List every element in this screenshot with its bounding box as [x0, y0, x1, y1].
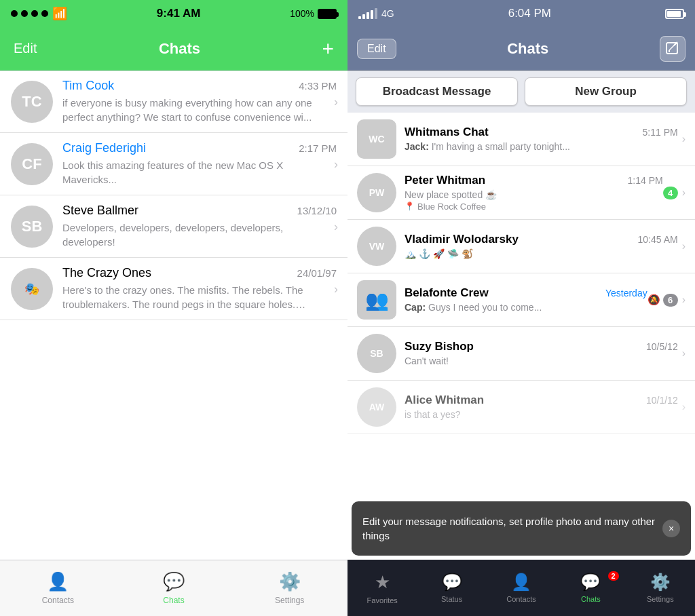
chat-name: Tim Cook	[62, 79, 114, 93]
right-status-bar: 4G 6:04 PM	[348, 0, 695, 27]
list-item[interactable]: VW Vladimir Wolodarsky 10:45 AM 🏔️ ⚓ 🚀 🛸…	[348, 220, 695, 273]
mute-badge-row: 🔕 6	[647, 294, 678, 307]
left-chat-list: TC Tim Cook 4:33 PM if everyone is busy …	[0, 71, 348, 560]
right-nav-bar: Edit Chats	[348, 27, 695, 71]
tab-contacts[interactable]: 👤 Contacts	[0, 571, 116, 605]
close-icon: ×	[669, 523, 674, 534]
tab-status[interactable]: 💬 Status	[417, 573, 486, 603]
chat-content: Suzy Bishop 10/5/12 Can't wait!	[405, 340, 678, 368]
chat-preview: if everyone is busy making everything ho…	[62, 96, 337, 124]
chat-preview: Can't wait!	[405, 355, 678, 368]
list-item[interactable]: PW Peter Whitman 1:14 PM New place spott…	[348, 166, 695, 220]
broadcast-message-button[interactable]: Broadcast Message	[356, 77, 518, 106]
wifi-icon: 📶	[52, 6, 67, 21]
action-buttons: Broadcast Message New Group	[348, 71, 695, 113]
avatar: VW	[357, 227, 396, 266]
tooltip-close-button[interactable]: ×	[662, 520, 680, 537]
contacts-icon: 👤	[47, 571, 69, 592]
settings-icon: ⚙️	[279, 571, 301, 592]
avatar: TC	[11, 81, 53, 123]
chat-preview: is that a yes?	[405, 408, 678, 421]
chevron-right-icon: ›	[682, 401, 685, 413]
group-icon: 👥	[365, 289, 389, 311]
chat-time: 10/5/12	[646, 341, 678, 352]
chevron-right-icon: ›	[682, 240, 685, 252]
chevron-right-icon: ›	[334, 282, 338, 296]
list-item[interactable]: 👥 Belafonte Crew Yesterday Cap: Guys I n…	[348, 273, 695, 327]
chat-content: Whitmans Chat 5:11 PM Jack: I'm having a…	[405, 126, 678, 153]
chat-preview: Cap: Guys I need you to come...	[405, 301, 647, 314]
tab-favorites[interactable]: ★ Favorites	[348, 572, 417, 604]
right-tab-bar: ★ Favorites 💬 Status 👤 Contacts 💬 Chats …	[348, 560, 695, 616]
chat-name: Steve Ballmer	[62, 204, 138, 218]
chat-name: Alice Whitman	[405, 393, 484, 407]
new-group-button[interactable]: New Group	[525, 77, 687, 106]
unread-badge: 4	[663, 187, 678, 199]
chat-name: Peter Whitman	[405, 174, 485, 187]
chat-name: Craig Federighi	[62, 141, 146, 155]
tab-chats[interactable]: 💬 Chats	[116, 571, 232, 605]
right-battery-icon	[665, 9, 684, 19]
signal-bars	[358, 8, 377, 19]
tab-chats-label: Chats	[581, 595, 601, 603]
right-chat-list: WC Whitmans Chat 5:11 PM Jack: I'm havin…	[348, 113, 695, 560]
settings-icon: ⚙️	[650, 573, 671, 592]
chevron-right-icon: ›	[682, 294, 685, 306]
battery-icon	[318, 9, 337, 19]
tab-chats[interactable]: 💬 Chats 2	[556, 573, 625, 603]
list-item[interactable]: SB Suzy Bishop 10/5/12 Can't wait! ›	[348, 327, 695, 381]
chat-time: 10/1/12	[646, 395, 678, 406]
location-text: Blue Rock Coffee	[417, 201, 486, 212]
chat-time: 2:17 PM	[299, 142, 337, 154]
network-type: 4G	[381, 8, 394, 19]
tab-settings[interactable]: ⚙️ Settings	[626, 573, 695, 603]
tab-contacts[interactable]: 👤 Contacts	[487, 573, 556, 603]
chat-preview: Here's to the crazy ones. The misfits. T…	[62, 283, 337, 311]
chat-name: Whitmans Chat	[405, 126, 489, 139]
contacts-icon: 👤	[511, 573, 531, 592]
right-edit-button[interactable]: Edit	[357, 39, 396, 59]
list-item[interactable]: AW Alice Whitman 10/1/12 is that a yes? …	[348, 381, 695, 434]
left-time: 9:41 AM	[157, 7, 201, 20]
avatar: PW	[357, 173, 396, 212]
chevron-right-icon: ›	[334, 219, 338, 233]
unread-badge: 6	[663, 294, 678, 307]
chat-content: Belafonte Crew Yesterday Cap: Guys I nee…	[405, 286, 647, 314]
tab-favorites-label: Favorites	[367, 596, 398, 604]
status-icon: 💬	[442, 573, 462, 592]
chat-time: 24/01/97	[297, 267, 337, 279]
avatar: 👥	[357, 280, 396, 320]
list-item[interactable]: SB Steve Ballmer 13/12/10 Developers, de…	[0, 195, 348, 258]
left-add-button[interactable]: +	[322, 39, 334, 59]
chat-time: 10:45 AM	[638, 234, 678, 245]
list-item[interactable]: CF Craig Federighi 2:17 PM Look this ama…	[0, 133, 348, 195]
list-item[interactable]: 🎭 The Crazy Ones 24/01/97 Here's to the …	[0, 258, 348, 320]
left-nav-bar: Edit Chats +	[0, 27, 348, 71]
chevron-right-icon: ›	[334, 157, 338, 171]
chat-time: Yesterday	[605, 288, 647, 299]
left-edit-button[interactable]: Edit	[14, 41, 37, 56]
avatar: SB	[11, 206, 53, 248]
tab-settings-label: Settings	[275, 596, 304, 605]
chat-time: 4:33 PM	[299, 80, 337, 92]
chevron-right-icon: ›	[334, 94, 338, 109]
avatar: CF	[11, 143, 53, 185]
left-tab-bar: 👤 Contacts 💬 Chats ⚙️ Settings	[0, 560, 348, 616]
compose-icon	[665, 41, 680, 56]
list-item[interactable]: TC Tim Cook 4:33 PM if everyone is busy …	[0, 71, 348, 133]
left-phone: 📶 9:41 AM 100% Edit Chats + TC Tim Cook …	[0, 0, 348, 616]
chat-name: The Crazy Ones	[62, 266, 151, 280]
chat-name: Suzy Bishop	[405, 340, 474, 353]
chat-content: Craig Federighi 2:17 PM Look this amazin…	[62, 141, 337, 187]
compose-button[interactable]	[660, 36, 685, 62]
chat-content: Alice Whitman 10/1/12 is that a yes?	[405, 393, 678, 421]
right-time: 6:04 PM	[508, 7, 551, 20]
tab-contacts-label: Contacts	[506, 595, 536, 603]
list-item[interactable]: WC Whitmans Chat 5:11 PM Jack: I'm havin…	[348, 113, 695, 166]
tab-settings[interactable]: ⚙️ Settings	[231, 571, 348, 605]
battery-percent: 100%	[290, 8, 314, 19]
right-title: Chats	[507, 40, 548, 58]
svg-line-2	[669, 43, 676, 50]
tab-settings-label: Settings	[647, 595, 674, 603]
chat-content: Steve Ballmer 13/12/10 Developers, devel…	[62, 204, 337, 249]
